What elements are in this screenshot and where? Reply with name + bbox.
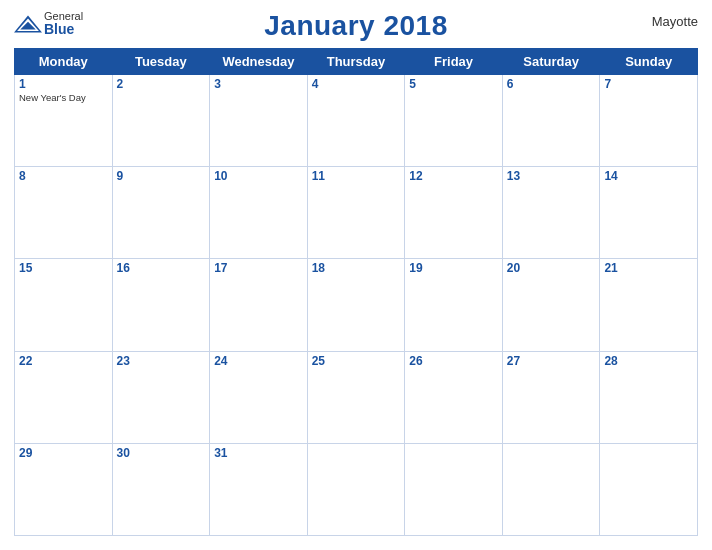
- day-number: 25: [312, 354, 401, 368]
- col-thursday: Thursday: [307, 49, 405, 75]
- calendar-day-cell: 1New Year's Day: [15, 75, 113, 167]
- calendar-day-cell: 18: [307, 259, 405, 351]
- calendar-week-row: 15161718192021: [15, 259, 698, 351]
- calendar-day-cell: [405, 443, 503, 535]
- day-number: 21: [604, 261, 693, 275]
- calendar-week-row: 891011121314: [15, 167, 698, 259]
- col-friday: Friday: [405, 49, 503, 75]
- day-number: 23: [117, 354, 206, 368]
- logo: General Blue: [14, 10, 83, 37]
- day-number: 17: [214, 261, 303, 275]
- calendar-day-cell: 5: [405, 75, 503, 167]
- calendar-day-cell: 26: [405, 351, 503, 443]
- col-saturday: Saturday: [502, 49, 600, 75]
- day-number: 4: [312, 77, 401, 91]
- calendar-header: General Blue January 2018 Mayotte: [14, 10, 698, 42]
- col-monday: Monday: [15, 49, 113, 75]
- calendar-day-cell: 19: [405, 259, 503, 351]
- calendar-day-cell: 7: [600, 75, 698, 167]
- title-block: January 2018: [264, 10, 447, 42]
- calendar-day-cell: [502, 443, 600, 535]
- calendar-day-cell: 23: [112, 351, 210, 443]
- day-number: 16: [117, 261, 206, 275]
- calendar-day-cell: 17: [210, 259, 308, 351]
- calendar-day-cell: [600, 443, 698, 535]
- calendar-day-cell: 10: [210, 167, 308, 259]
- col-tuesday: Tuesday: [112, 49, 210, 75]
- calendar-day-cell: 6: [502, 75, 600, 167]
- calendar-day-cell: 16: [112, 259, 210, 351]
- day-number: 19: [409, 261, 498, 275]
- day-number: 8: [19, 169, 108, 183]
- calendar-day-cell: 21: [600, 259, 698, 351]
- calendar-day-cell: 12: [405, 167, 503, 259]
- calendar-day-cell: 24: [210, 351, 308, 443]
- day-number: 22: [19, 354, 108, 368]
- calendar-week-row: 22232425262728: [15, 351, 698, 443]
- calendar-day-cell: 11: [307, 167, 405, 259]
- holiday-label: New Year's Day: [19, 92, 108, 103]
- day-number: 14: [604, 169, 693, 183]
- day-number: 27: [507, 354, 596, 368]
- calendar-container: General Blue January 2018 Mayotte Monday…: [0, 0, 712, 550]
- day-number: 29: [19, 446, 108, 460]
- day-number: 7: [604, 77, 693, 91]
- day-number: 13: [507, 169, 596, 183]
- calendar-header-row: Monday Tuesday Wednesday Thursday Friday…: [15, 49, 698, 75]
- day-number: 11: [312, 169, 401, 183]
- day-number: 24: [214, 354, 303, 368]
- col-wednesday: Wednesday: [210, 49, 308, 75]
- calendar-week-row: 293031: [15, 443, 698, 535]
- calendar-day-cell: 2: [112, 75, 210, 167]
- day-number: 26: [409, 354, 498, 368]
- calendar-week-row: 1New Year's Day234567: [15, 75, 698, 167]
- calendar-day-cell: 31: [210, 443, 308, 535]
- day-number: 20: [507, 261, 596, 275]
- day-number: 15: [19, 261, 108, 275]
- calendar-day-cell: 20: [502, 259, 600, 351]
- calendar-day-cell: 3: [210, 75, 308, 167]
- day-number: 28: [604, 354, 693, 368]
- day-number: 3: [214, 77, 303, 91]
- day-number: 9: [117, 169, 206, 183]
- calendar-day-cell: 8: [15, 167, 113, 259]
- calendar-day-cell: 27: [502, 351, 600, 443]
- calendar-title: January 2018: [264, 10, 447, 42]
- calendar-day-cell: 22: [15, 351, 113, 443]
- col-sunday: Sunday: [600, 49, 698, 75]
- calendar-day-cell: 14: [600, 167, 698, 259]
- day-number: 31: [214, 446, 303, 460]
- day-number: 10: [214, 169, 303, 183]
- calendar-table: Monday Tuesday Wednesday Thursday Friday…: [14, 48, 698, 536]
- day-number: 2: [117, 77, 206, 91]
- calendar-day-cell: 13: [502, 167, 600, 259]
- logo-blue-text: Blue: [44, 22, 83, 37]
- calendar-day-cell: [307, 443, 405, 535]
- calendar-day-cell: 15: [15, 259, 113, 351]
- day-number: 6: [507, 77, 596, 91]
- logo-icon: [14, 15, 42, 33]
- day-number: 30: [117, 446, 206, 460]
- calendar-day-cell: 4: [307, 75, 405, 167]
- day-number: 12: [409, 169, 498, 183]
- day-number: 18: [312, 261, 401, 275]
- day-number: 1: [19, 77, 108, 91]
- calendar-day-cell: 30: [112, 443, 210, 535]
- calendar-day-cell: 9: [112, 167, 210, 259]
- calendar-day-cell: 25: [307, 351, 405, 443]
- calendar-day-cell: 28: [600, 351, 698, 443]
- region-label: Mayotte: [652, 14, 698, 29]
- day-number: 5: [409, 77, 498, 91]
- calendar-day-cell: 29: [15, 443, 113, 535]
